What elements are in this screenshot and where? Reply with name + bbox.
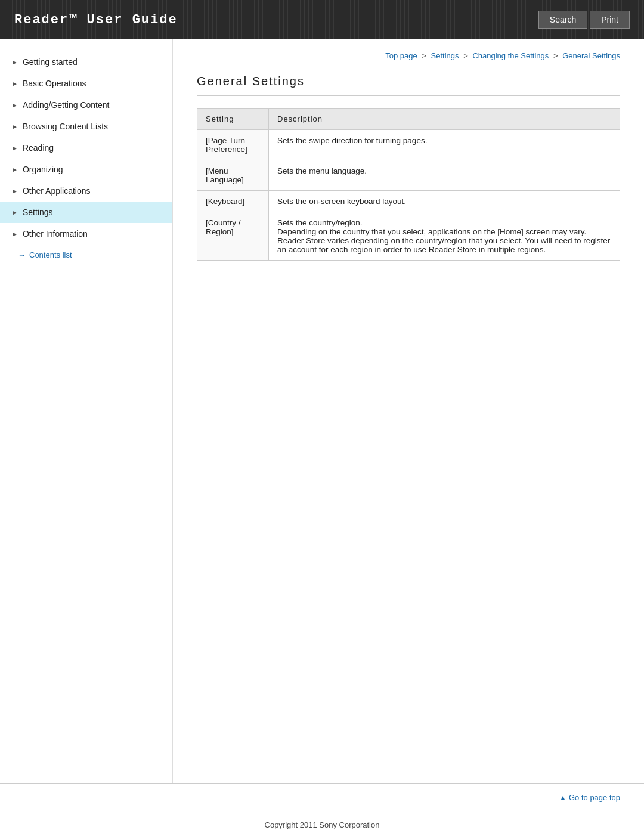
- description-cell: Sets the swipe direction for turning pag…: [269, 130, 620, 160]
- sidebar-item-label: Basic Operations: [23, 79, 86, 88]
- sidebar-item-label: Other Information: [23, 229, 88, 239]
- chevron-right-icon: ►: [12, 145, 18, 151]
- breadcrumb: Top page > Settings > Changing the Setti…: [197, 51, 620, 60]
- breadcrumb-top[interactable]: Top page: [385, 51, 417, 60]
- arrow-right-icon: →: [18, 250, 26, 259]
- go-to-top-link[interactable]: ▲ Go to page top: [559, 793, 620, 802]
- copyright-text: Copyright 2011 Sony Corporation: [265, 820, 380, 829]
- header: Reader™ User Guide Search Print: [0, 0, 644, 39]
- footer-nav: ▲ Go to page top: [0, 783, 644, 812]
- contents-list-link[interactable]: → Contents list: [0, 244, 172, 265]
- chevron-right-icon: ►: [12, 102, 18, 109]
- breadcrumb-sep-1: >: [422, 51, 428, 60]
- setting-cell: [Page Turn Preference]: [197, 130, 269, 160]
- sidebar-item-label: Getting started: [23, 57, 78, 67]
- table-row: [Keyboard]Sets the on-screen keyboard la…: [197, 191, 620, 212]
- table-row: [Page Turn Preference]Sets the swipe dir…: [197, 130, 620, 160]
- sidebar-item-other-applications[interactable]: ► Other Applications: [0, 180, 172, 202]
- print-button[interactable]: Print: [590, 11, 630, 29]
- sidebar-item-reading[interactable]: ► Reading: [0, 137, 172, 159]
- setting-cell: [Keyboard]: [197, 191, 269, 212]
- go-to-top-label: Go to page top: [569, 793, 620, 802]
- col-description-header: Description: [269, 109, 620, 130]
- col-setting-header: Setting: [197, 109, 269, 130]
- sidebar: ► Getting started ► Basic Operations ► A…: [0, 39, 173, 783]
- breadcrumb-general[interactable]: General Settings: [562, 51, 620, 60]
- sidebar-item-organizing[interactable]: ► Organizing: [0, 159, 172, 180]
- footer-copyright: Copyright 2011 Sony Corporation: [0, 812, 644, 833]
- settings-table: Setting Description [Page Turn Preferenc…: [197, 108, 620, 261]
- table-row: [Country / Region]Sets the country/regio…: [197, 212, 620, 261]
- setting-cell: [Menu Language]: [197, 160, 269, 191]
- description-cell: Sets the on-screen keyboard layout.: [269, 191, 620, 212]
- breadcrumb-sep-2: >: [463, 51, 470, 60]
- sidebar-item-label: Settings: [23, 208, 53, 217]
- sidebar-item-adding-content[interactable]: ► Adding/Getting Content: [0, 94, 172, 116]
- sidebar-item-browsing-content[interactable]: ► Browsing Content Lists: [0, 116, 172, 137]
- search-button[interactable]: Search: [538, 11, 587, 29]
- description-cell: Sets the menu language.: [269, 160, 620, 191]
- sidebar-item-label: Browsing Content Lists: [23, 122, 108, 131]
- app-title: Reader™ User Guide: [14, 13, 178, 27]
- sidebar-item-basic-operations[interactable]: ► Basic Operations: [0, 73, 172, 94]
- description-cell: Sets the country/region.Depending on the…: [269, 212, 620, 261]
- breadcrumb-sep-3: >: [553, 51, 560, 60]
- main-layout: ► Getting started ► Basic Operations ► A…: [0, 39, 644, 783]
- chevron-right-icon: ►: [12, 123, 18, 130]
- chevron-right-icon: ►: [12, 80, 18, 87]
- contents-link-label: Contents list: [29, 250, 72, 259]
- chevron-right-icon: ►: [12, 231, 18, 237]
- chevron-right-icon: ►: [12, 209, 18, 216]
- setting-cell: [Country / Region]: [197, 212, 269, 261]
- breadcrumb-settings[interactable]: Settings: [431, 51, 459, 60]
- table-row: [Menu Language]Sets the menu language.: [197, 160, 620, 191]
- triangle-up-icon: ▲: [559, 794, 566, 802]
- sidebar-item-settings[interactable]: ► Settings: [0, 202, 172, 223]
- breadcrumb-changing[interactable]: Changing the Settings: [472, 51, 549, 60]
- page-title: General Settings: [197, 75, 620, 96]
- sidebar-item-label: Organizing: [23, 165, 63, 174]
- content-area: Top page > Settings > Changing the Setti…: [173, 39, 644, 783]
- header-actions: Search Print: [538, 11, 630, 29]
- sidebar-item-getting-started[interactable]: ► Getting started: [0, 51, 172, 73]
- sidebar-item-label: Other Applications: [23, 186, 91, 196]
- chevron-right-icon: ►: [12, 188, 18, 194]
- chevron-right-icon: ►: [12, 166, 18, 173]
- sidebar-item-label: Adding/Getting Content: [23, 100, 110, 110]
- sidebar-item-other-information[interactable]: ► Other Information: [0, 223, 172, 244]
- sidebar-item-label: Reading: [23, 143, 54, 153]
- chevron-right-icon: ►: [12, 59, 18, 66]
